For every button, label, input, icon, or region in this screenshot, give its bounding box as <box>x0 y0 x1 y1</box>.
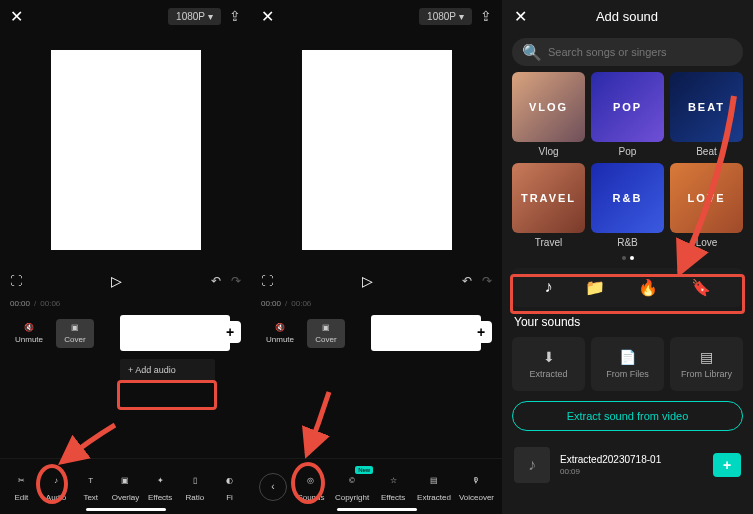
close-icon[interactable]: ✕ <box>514 7 527 26</box>
tool-extracted[interactable]: ▤Extracted <box>417 472 451 502</box>
file-icon: 📄 <box>619 349 636 365</box>
category-tile-love[interactable]: LOVE <box>670 163 743 233</box>
resolution-selector[interactable]: 1080P ▾ <box>168 8 221 25</box>
time-total: 00:06 <box>291 299 311 308</box>
timeline-clip[interactable] <box>120 315 230 351</box>
category-tile-beat[interactable]: BEAT <box>670 72 743 142</box>
category-label: R&B <box>591 237 664 248</box>
category-label: Beat <box>670 146 743 157</box>
category-overlay: TRAVEL <box>521 192 576 204</box>
source-from-library[interactable]: ▤From Library <box>670 337 743 391</box>
extract-sound-button[interactable]: Extract sound from video <box>512 401 743 431</box>
fullscreen-icon[interactable]: ⛶ <box>10 274 22 288</box>
tool-ratio[interactable]: ▯Ratio <box>179 472 211 502</box>
page-dot[interactable] <box>622 256 626 260</box>
star-icon: ☆ <box>384 472 402 490</box>
unmute-button[interactable]: 🔇 Unmute <box>10 319 48 348</box>
tiktok-icon[interactable]: ♪ <box>544 278 552 297</box>
time-current: 00:00 <box>10 299 30 308</box>
add-clip-button[interactable]: + <box>470 321 492 343</box>
resolution-selector[interactable]: 1080P ▾ <box>419 8 472 25</box>
undo-icon[interactable]: ↶ <box>211 274 221 288</box>
bookmark-icon[interactable]: 🔖 <box>691 278 711 297</box>
category-tile-vlog[interactable]: VLOG <box>512 72 585 142</box>
redo-icon[interactable]: ↷ <box>482 274 492 288</box>
folder-icon[interactable]: 📁 <box>585 278 605 297</box>
flame-icon[interactable]: 🔥 <box>638 278 658 297</box>
category-label: Travel <box>512 237 585 248</box>
source-extracted[interactable]: ⬇Extracted <box>512 337 585 391</box>
search-bar[interactable]: 🔍 <box>512 38 743 66</box>
tool-voiceover[interactable]: 🎙Voiceover <box>459 472 494 502</box>
tool-sounds[interactable]: ◎Sounds <box>295 472 327 502</box>
add-sound-button[interactable]: + <box>713 453 741 477</box>
tool-filter[interactable]: ◐Fi <box>214 472 246 502</box>
chevron-down-icon: ▾ <box>208 11 213 22</box>
close-icon[interactable]: ✕ <box>10 7 23 26</box>
tool-overlay[interactable]: ▣Overlay <box>109 472 141 502</box>
category-label: Vlog <box>512 146 585 157</box>
tool-sound-effects[interactable]: ☆Effects <box>377 472 409 502</box>
effects-icon: ✦ <box>151 472 169 490</box>
music-note-icon: ♪ <box>514 447 550 483</box>
play-icon[interactable]: ▷ <box>111 273 122 289</box>
tool-effects[interactable]: ✦Effects <box>144 472 176 502</box>
category-overlay: R&B <box>613 192 643 204</box>
video-canvas <box>51 50 201 250</box>
source-from-files[interactable]: 📄From Files <box>591 337 664 391</box>
image-icon: ▣ <box>322 323 330 332</box>
sounds-icon: ◎ <box>302 472 320 490</box>
category-overlay: POP <box>613 101 642 113</box>
text-icon: T <box>82 472 100 490</box>
fullscreen-icon[interactable]: ⛶ <box>261 274 273 288</box>
music-note-icon: ♪ <box>47 472 65 490</box>
ratio-icon: ▯ <box>186 472 204 490</box>
undo-icon[interactable]: ↶ <box>462 274 472 288</box>
mic-icon: 🎙 <box>467 472 485 490</box>
timeline-clip[interactable] <box>371 315 481 351</box>
speaker-muted-icon: 🔇 <box>275 323 285 332</box>
category-tile-pop[interactable]: POP <box>591 72 664 142</box>
redo-icon[interactable]: ↷ <box>231 274 241 288</box>
cover-button[interactable]: ▣ Cover <box>307 319 345 348</box>
search-input[interactable] <box>548 46 733 58</box>
close-icon[interactable]: ✕ <box>261 7 274 26</box>
sound-duration: 00:09 <box>560 467 703 476</box>
tool-audio[interactable]: ♪Audio <box>40 472 72 502</box>
image-icon: ▣ <box>71 323 79 332</box>
page-dot-active[interactable] <box>630 256 634 260</box>
export-icon[interactable]: ⇪ <box>229 8 241 24</box>
play-icon[interactable]: ▷ <box>362 273 373 289</box>
home-indicator <box>337 508 417 511</box>
add-audio-button[interactable]: + Add audio <box>120 359 215 381</box>
tool-text[interactable]: TText <box>75 472 107 502</box>
add-clip-button[interactable]: + <box>219 321 241 343</box>
category-overlay: VLOG <box>529 101 568 113</box>
tool-edit[interactable]: ✂Edit <box>5 472 37 502</box>
category-overlay: LOVE <box>688 192 726 204</box>
time-current: 00:00 <box>261 299 281 308</box>
new-badge: New <box>355 466 373 474</box>
cover-button[interactable]: ▣ Cover <box>56 319 94 348</box>
sound-name: Extracted20230718-01 <box>560 454 703 465</box>
search-icon: 🔍 <box>522 43 542 62</box>
category-label: Love <box>670 237 743 248</box>
chevron-down-icon: ▾ <box>459 11 464 22</box>
unmute-button[interactable]: 🔇 Unmute <box>261 319 299 348</box>
export-icon[interactable]: ⇪ <box>480 8 492 24</box>
scissors-icon: ✂ <box>12 472 30 490</box>
video-canvas <box>302 50 452 250</box>
time-total: 00:06 <box>40 299 60 308</box>
sound-list-item[interactable]: ♪ Extracted20230718-01 00:09 + <box>502 441 753 489</box>
home-indicator <box>86 508 166 511</box>
overlay-icon: ▣ <box>116 472 134 490</box>
page-title: Add sound <box>596 9 658 24</box>
category-tile-travel[interactable]: TRAVEL <box>512 163 585 233</box>
tool-copyright[interactable]: ©Copyright <box>335 472 369 502</box>
folder-icon: ▤ <box>425 472 443 490</box>
speaker-muted-icon: 🔇 <box>24 323 34 332</box>
back-button[interactable]: ‹ <box>259 473 287 501</box>
filter-icon: ◐ <box>221 472 239 490</box>
category-label: Pop <box>591 146 664 157</box>
category-tile-r&b[interactable]: R&B <box>591 163 664 233</box>
